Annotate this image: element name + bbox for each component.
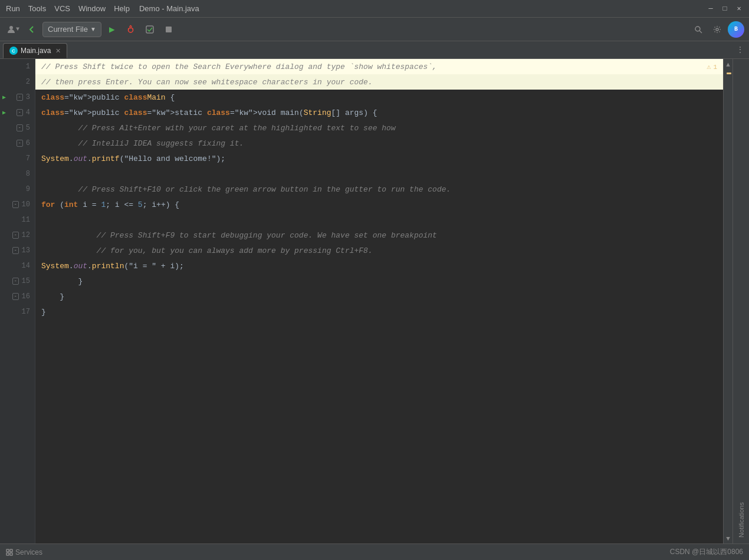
line-number-4: 4 [26,108,30,117]
line-number-14: 14 [22,262,30,270]
tab-actions: ⋮ [736,41,749,58]
toolbar: ▼ Current File ▼ ▶ [0,18,749,41]
line-number-17: 17 [22,308,30,316]
fold-button-10[interactable]: - [12,200,21,209]
code-line-14[interactable]: System.out.println("i = " + i); [35,258,723,274]
run-button[interactable]: ▶ [104,21,120,38]
svg-point-9 [716,28,718,31]
gutter-line-6: -6 [0,136,35,151]
notifications-label[interactable]: Notifications [738,502,745,538]
coverage-button[interactable] [142,21,158,38]
tab-bar: C Main.java ✕ ⋮ [0,41,749,59]
gutter-line-14: 14 [0,258,35,274]
settings-button[interactable] [709,21,725,38]
menu-run[interactable]: Run [6,4,20,13]
account-button[interactable]: ▼ [5,21,21,38]
right-side-panel: Notifications [732,59,749,543]
scroll-up-arrow[interactable]: ▲ [726,60,730,70]
code-line-15[interactable]: } [35,274,723,289]
gutter-line-2: 2 [0,74,35,90]
fold-button-6[interactable]: - [17,139,25,147]
code-line-6[interactable]: // IntelliJ IDEA suggests fixing it. [35,136,723,151]
fold-button-3[interactable]: - [17,93,25,101]
code-line-12[interactable]: // Press Shift+F9 to start debugging you… [35,228,723,243]
code-line-17[interactable]: } [35,304,723,319]
gutter-line-13: -13 [0,243,35,258]
code-editor[interactable]: // Press Shift twice to open the Search … [35,59,723,543]
scroll-down-arrow[interactable]: ▼ [726,534,730,543]
status-bar: Services CSDN @日城以西0806 [0,543,749,560]
status-bar-left: Services [6,548,42,556]
code-line-7[interactable]: System.out.printf("Hello and welcome!"); [35,151,723,166]
line-number-6: 6 [26,139,30,147]
app-title: Demo - Main.java [139,4,199,13]
menu-window[interactable]: Window [78,4,106,13]
gutter-line-11: 11 [0,212,35,228]
svg-rect-11 [10,549,12,552]
line-number-8: 8 [26,170,30,178]
code-line-16[interactable]: } [35,289,723,304]
svg-rect-10 [6,549,9,552]
gutter-line-9: 9 [0,182,35,197]
warning-icon: ⚠ [707,62,711,71]
code-line-8[interactable] [35,166,723,182]
stop-button[interactable] [160,21,177,38]
tab-main-java[interactable]: C Main.java ✕ [3,43,67,58]
minimize-button[interactable]: ─ [707,5,715,13]
svg-rect-13 [10,553,12,555]
services-button[interactable]: Services [6,548,42,556]
back-button[interactable] [24,21,40,38]
code-line-11[interactable] [35,212,723,228]
fold-button-4[interactable]: - [17,108,25,117]
code-line-13[interactable]: // for you, but you can always add more … [35,243,723,258]
warning-mark [727,73,731,74]
svg-line-8 [699,31,702,33]
search-button[interactable] [690,21,707,38]
code-line-4[interactable]: class="kw">public class="kw">static clas… [35,105,723,120]
gutter-line-1: 1 [0,59,35,74]
debug-button[interactable] [123,21,139,38]
maximize-button[interactable]: □ [721,5,729,13]
svg-rect-12 [6,553,9,555]
code-line-3[interactable]: class="kw">public class Main { [35,90,723,105]
menu-tools[interactable]: Tools [28,4,46,13]
tab-label: Main.java [21,47,51,55]
fold-button-15[interactable]: - [12,277,21,285]
fold-button-13[interactable]: - [12,246,21,255]
line-number-5: 5 [26,124,30,132]
editor-scrollbar[interactable]: ▲ ▼ [723,59,732,543]
code-line-2[interactable]: // then press Enter. You can now see whi… [35,74,723,90]
current-file-dropdown[interactable]: Current File ▼ [42,22,101,37]
fold-button-12[interactable]: - [12,231,21,239]
line-number-10: 10 [22,200,30,209]
editor-gutter: 12-3-4-5-6789-1011-12-1314-15-1617 [0,59,35,543]
gutter-line-17: 17 [0,304,35,319]
tab-close-button[interactable]: ✕ [55,47,61,55]
toolbar-right: B [690,21,744,38]
close-button[interactable]: ✕ [735,5,743,13]
bito-button[interactable]: B [728,21,744,38]
gutter-line-5: -5 [0,120,35,136]
fold-button-16[interactable]: - [12,292,21,301]
code-line-10[interactable]: for (int i = 1; i <= 5; i++) { [35,197,723,212]
warning-count: 1 [713,63,717,70]
menu-vcs[interactable]: VCS [54,4,70,13]
status-bar-right: CSDN @日城以西0806 [670,547,743,557]
fold-button-5[interactable]: - [17,124,25,132]
window-controls: ─ □ ✕ [707,5,743,13]
gutter-line-10: -10 [0,197,35,212]
warning-badge-1: ⚠ 1 [707,62,717,71]
svg-point-0 [9,26,13,29]
gutter-line-8: 8 [0,166,35,182]
code-line-5[interactable]: // Press Alt+Enter with your caret at th… [35,120,723,136]
svg-rect-6 [166,27,172,32]
line-number-16: 16 [22,292,30,301]
code-line-9[interactable]: // Press Shift+F10 or click the green ar… [35,182,723,197]
title-bar-left: Run Tools VCS Window Help Demo - Main.ja… [6,4,199,13]
line-number-13: 13 [22,246,30,255]
line-number-1: 1 [26,62,30,71]
tab-overflow-menu[interactable]: ⋮ [736,45,744,55]
menu-help[interactable]: Help [114,4,130,13]
editor-container: 12-3-4-5-6789-1011-12-1314-15-1617 // Pr… [0,59,749,543]
code-line-1[interactable]: // Press Shift twice to open the Search … [35,59,723,74]
